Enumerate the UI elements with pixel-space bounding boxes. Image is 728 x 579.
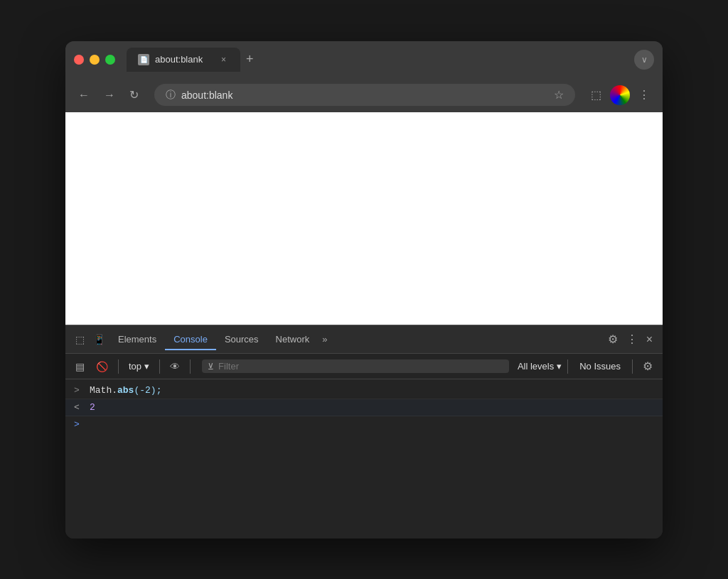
filter-input[interactable] [218,361,503,372]
console-result-value: 2 [90,402,95,413]
devtools-more-tabs-button[interactable]: » [318,330,331,349]
url-bar[interactable]: ⓘ about:blank ☆ [154,84,575,106]
console-output: > Math.abs(-2); < 2 > [65,379,663,539]
profile-avatar[interactable] [610,85,630,105]
minimize-traffic-light[interactable] [90,55,100,65]
traffic-lights [74,55,115,65]
back-button[interactable]: ← [74,85,94,106]
console-output-prompt: < [74,402,85,413]
tab-network[interactable]: Network [267,328,318,350]
maximize-traffic-light[interactable] [105,55,115,65]
tab-bar: 📄 about:blank × + [127,48,628,72]
levels-label: All levels [518,361,554,372]
url-text: about:blank [181,90,548,101]
devtools-more-options-button[interactable]: ⋮ [622,328,642,350]
context-selector[interactable]: top ▾ [124,359,154,373]
devtools-close-button[interactable]: × [642,329,657,350]
devtools-tab-bar: ⬚ 📱 Elements Console Sources Network » ⚙… [65,325,663,354]
address-bar: ← → ↻ ⓘ about:blank ☆ ⬚ ⋮ [65,78,663,112]
console-input-line: > Math.abs(-2); [65,382,663,399]
console-sidebar-button[interactable]: ▤ [71,358,89,375]
console-output-line: < 2 [65,399,663,416]
devtools-settings-button[interactable]: ⚙ [604,328,622,350]
title-bar: 📄 about:blank × + ∨ [65,41,663,78]
console-params: (-2); [134,385,161,396]
toolbar-divider-5 [632,359,633,374]
browser-tab[interactable]: 📄 about:blank × [127,48,240,72]
bookmark-icon[interactable]: ☆ [554,88,564,102]
extensions-button[interactable]: ⬚ [587,84,606,106]
browser-window: 📄 about:blank × + ∨ ← → ↻ ⓘ about:blank … [65,41,663,539]
live-expressions-button[interactable]: 👁 [166,358,184,375]
tab-elements[interactable]: Elements [109,328,165,350]
console-method: abs [117,385,134,396]
context-label: top [129,361,141,372]
devtools-panel: ⬚ 📱 Elements Console Sources Network » ⚙… [65,325,663,539]
new-tab-button[interactable]: + [240,49,259,70]
tab-close-button[interactable]: × [218,53,229,66]
tab-dropdown-button[interactable]: ∨ [634,50,654,70]
forward-button[interactable]: → [100,85,119,106]
tab-title: about:blank [155,54,213,65]
url-info-icon: ⓘ [166,89,176,102]
toolbar-divider-4 [567,359,568,374]
no-issues-label: No Issues [574,359,626,373]
devtools-device-icon[interactable]: 📱 [89,330,109,350]
toolbar-divider [118,359,119,374]
devtools-inspect-icon[interactable]: ⬚ [71,330,89,350]
console-settings-button[interactable]: ⚙ [638,357,657,376]
log-levels-selector[interactable]: All levels ▾ [518,361,562,372]
toolbar-divider-2 [159,359,160,374]
console-toolbar: ▤ 🚫 top ▾ 👁 ⊻ All levels ▾ No Issues ⚙ [65,354,663,379]
tab-sources[interactable]: Sources [216,328,267,350]
levels-arrow-icon: ▾ [557,361,562,372]
filter-icon: ⊻ [208,362,214,372]
toolbar-divider-3 [190,359,191,374]
console-keyword: Math. [90,385,117,396]
context-arrow-icon: ▾ [144,361,149,372]
reload-button[interactable]: ↻ [125,84,143,106]
console-input-prompt: > [74,385,85,396]
console-cursor-line[interactable]: > [65,416,663,433]
console-clear-button[interactable]: 🚫 [92,358,112,375]
page-content [65,112,663,325]
tab-favicon: 📄 [138,54,149,65]
close-traffic-light[interactable] [74,55,84,65]
tab-console[interactable]: Console [165,328,216,350]
browser-toolbar-icons: ⬚ ⋮ [587,84,654,106]
filter-bar[interactable]: ⊻ [202,359,509,373]
console-input-code: Math.abs(-2); [90,385,161,396]
console-cursor-prompt: > [74,419,80,430]
chrome-menu-button[interactable]: ⋮ [634,84,654,106]
